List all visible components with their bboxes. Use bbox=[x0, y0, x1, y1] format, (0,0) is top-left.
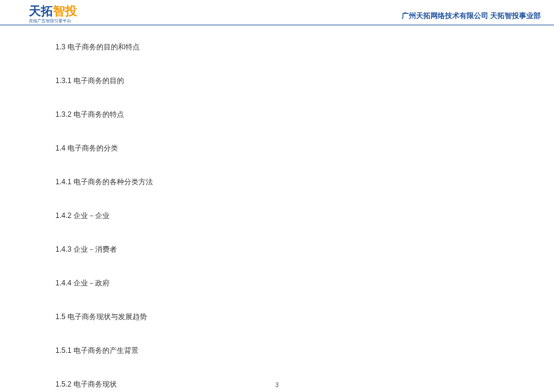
toc-entry: 1.5 电子商务现状与发展趋势 bbox=[55, 313, 554, 320]
toc-entry: 1.4.3 企业－消费者 bbox=[55, 246, 554, 253]
toc-entry: 1.3.2 电子商务的特点 bbox=[55, 111, 554, 118]
logo-part-2: 智投 bbox=[53, 4, 77, 17]
toc-content: 1.3 电子商务的目的和特点 1.3.1 电子商务的目的 1.3.2 电子商务的… bbox=[0, 25, 554, 388]
document-header: 天拓智投 在线广告智投引擎平台 广州天拓网络技术有限公司 天拓智投事业部 bbox=[0, 0, 554, 25]
toc-entry: 1.4 电子商务的分类 bbox=[55, 145, 554, 152]
logo-part-1: 天拓 bbox=[29, 4, 53, 17]
logo-tagline: 在线广告智投引擎平台 bbox=[29, 18, 77, 24]
logo: 天拓智投 在线广告智投引擎平台 bbox=[29, 5, 77, 24]
toc-entry: 1.3 电子商务的目的和特点 bbox=[55, 43, 554, 51]
logo-main: 天拓智投 bbox=[29, 5, 77, 17]
toc-entry: 1.5.1 电子商务的产生背景 bbox=[55, 347, 554, 354]
toc-entry: 1.4.1 电子商务的各种分类方法 bbox=[55, 178, 554, 185]
toc-entry: 1.4.4 企业－政府 bbox=[55, 279, 554, 287]
company-name: 广州天拓网络技术有限公司 天拓智投事业部 bbox=[402, 11, 541, 21]
page-number: 3 bbox=[275, 382, 279, 388]
toc-entry: 1.3.1 电子商务的目的 bbox=[55, 77, 554, 84]
toc-entry: 1.5.2 电子商务现状 bbox=[55, 381, 554, 388]
toc-entry: 1.4.2 企业－企业 bbox=[55, 212, 554, 219]
